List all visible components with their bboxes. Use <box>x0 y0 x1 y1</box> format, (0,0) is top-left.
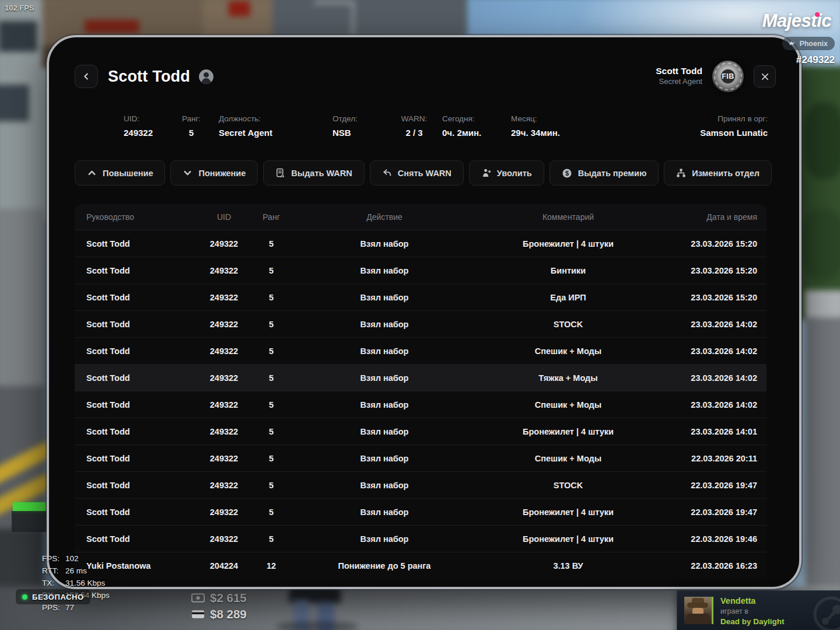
bank-line: $8 289 <box>191 606 247 622</box>
warn-document-icon <box>275 168 285 178</box>
stat-value: 31.56 Kbps <box>65 579 105 587</box>
action-buttons-row: Повышение Понижение Выдать WARN Снять <box>75 160 772 186</box>
button-label: Выдать WARN <box>291 169 352 178</box>
cell-action: Взял набор <box>286 427 483 436</box>
cell-rank: 5 <box>257 320 286 329</box>
info-label: Принял в орг: <box>700 114 768 123</box>
cell-comment: Спешик + Моды <box>483 400 653 410</box>
remove-warn-button[interactable]: Снять WARN <box>370 160 464 186</box>
stat-value: 26 ms <box>65 566 87 575</box>
info-value: NSB <box>332 128 358 138</box>
column-header: Дата и время <box>653 212 766 222</box>
cell-action: Взял набор <box>286 293 483 302</box>
cell-action: Взял набор <box>286 239 483 249</box>
change-department-button[interactable]: Изменить отдел <box>664 160 772 186</box>
info-value: 2 / 3 <box>398 128 430 138</box>
cell-name: Scott Todd <box>75 427 191 436</box>
steam-game-name: Dead by Daylight <box>720 617 785 627</box>
info-label: UID: <box>124 114 153 123</box>
fire-button[interactable]: Уволить <box>469 160 544 186</box>
cell-date: 22.03.2026 19:47 <box>653 481 766 490</box>
avatar-hat-brim <box>687 603 708 608</box>
cell-uid: 249322 <box>191 454 257 463</box>
pedestrian-shadow <box>276 621 359 630</box>
info-value: 249322 <box>124 128 153 138</box>
close-icon <box>761 72 769 81</box>
fps-counter: 102 FPS <box>5 4 34 12</box>
stat-line: RTT: 26 ms <box>42 565 110 577</box>
table-row[interactable]: Scott Todd2493225Взял наборSTOCK23.03.20… <box>75 310 766 337</box>
cell-comment: STOCK <box>483 481 653 490</box>
table-row[interactable]: Scott Todd2493225Взял наборЕда ИРП23.03.… <box>75 284 766 310</box>
cash-line: $2 615 <box>191 590 247 606</box>
button-label: Уволить <box>497 169 532 178</box>
table-row[interactable]: Scott Todd2493225Взял наборТяжка + Моды2… <box>75 364 766 391</box>
button-label: Снять WARN <box>398 169 452 178</box>
table-row[interactable]: Scott Todd2493225Взял наборСпешик + Моды… <box>75 391 766 418</box>
cell-uid: 249322 <box>191 266 257 275</box>
steam-logo-icon <box>813 596 840 630</box>
table-row[interactable]: Scott Todd2493225Взял наборСпешик + Моды… <box>75 444 766 471</box>
cell-uid: 249322 <box>191 400 257 410</box>
cell-uid: 249322 <box>191 508 257 517</box>
promote-button[interactable]: Повышение <box>75 160 165 186</box>
member-name: Scott Todd <box>656 66 702 76</box>
table-row[interactable]: Scott Todd2493225Взял наборБинтики23.03.… <box>75 257 766 284</box>
info-today: Сегодня: 0ч. 2мин. <box>442 114 481 138</box>
cell-comment: Бронежилет | 4 штуки <box>483 239 653 249</box>
cell-action: Взял набор <box>286 534 483 544</box>
stat-value: 77 <box>65 603 74 612</box>
steam-texts: Vendetta играет в Dead by Daylight <box>720 596 785 627</box>
back-button[interactable] <box>75 65 98 88</box>
street-lamp-pole <box>352 1 355 36</box>
demote-button[interactable]: Понижение <box>170 160 258 186</box>
button-label: Изменить отдел <box>692 169 760 178</box>
close-button[interactable] <box>754 65 776 88</box>
log-table-body: Scott Todd2493225Взял наборБронежилет | … <box>75 230 766 579</box>
cell-comment: Спешик + Моды <box>483 454 653 463</box>
table-row[interactable]: Scott Todd2493225Взял наборБронежилет | … <box>75 525 766 552</box>
give-bonus-button[interactable]: $ Выдать премию <box>550 160 659 186</box>
cell-comment: Бронежилет | 4 штуки <box>483 534 653 544</box>
table-row[interactable]: Scott Todd2493225Взял наборСпешик + Моды… <box>75 337 766 364</box>
stat-line: TX: 31.56 Kbps <box>42 577 110 589</box>
avatar-torso <box>686 614 710 624</box>
cell-uid: 249322 <box>191 346 257 356</box>
info-value: Secret Agent <box>219 128 272 138</box>
cell-rank: 5 <box>257 481 286 490</box>
cell-rank: 5 <box>257 293 286 302</box>
cell-rank: 5 <box>257 400 286 410</box>
cell-name: Scott Todd <box>75 454 191 463</box>
fired-person-icon <box>481 168 491 178</box>
info-label: Месяц: <box>511 114 560 123</box>
cell-comment: Бинтики <box>483 266 653 275</box>
stat-value: 102 <box>65 554 79 563</box>
table-row[interactable]: Scott Todd2493225Взял наборБронежилет | … <box>75 418 766 444</box>
cell-action: Взял набор <box>286 400 483 410</box>
cell-name: Scott Todd <box>75 239 191 249</box>
street-lamp <box>314 1 355 4</box>
info-value: 0ч. 2мин. <box>442 128 481 138</box>
cell-name: Scott Todd <box>75 508 191 517</box>
info-value: Samson Lunatic <box>700 128 768 138</box>
column-header: Действие <box>286 212 483 222</box>
info-label: Сегодня: <box>442 114 481 123</box>
column-header: Комментарий <box>483 212 653 222</box>
info-hired-by: Принял в орг: Samson Lunatic <box>700 114 768 138</box>
column-header: Ранг <box>257 212 286 222</box>
table-row[interactable]: Scott Todd2493225Взял наборБронежилет | … <box>75 230 766 257</box>
table-header: Руководство UID Ранг Действие Комментари… <box>75 204 766 230</box>
cell-uid: 249322 <box>191 293 257 302</box>
cell-comment: Еда ИРП <box>483 293 653 302</box>
table-row[interactable]: Scott Todd2493225Взял наборSTOCK22.03.20… <box>75 471 766 498</box>
stat-label: FPS: <box>42 554 65 563</box>
chevron-left-icon <box>82 72 91 81</box>
cell-action: Взял набор <box>286 320 483 329</box>
table-row[interactable]: Yuki Postanowa20422412Понижение до 5 ран… <box>75 552 766 579</box>
cell-uid: 249322 <box>191 373 257 383</box>
give-warn-button[interactable]: Выдать WARN <box>263 160 364 186</box>
cell-uid: 249322 <box>191 320 257 329</box>
table-row[interactable]: Scott Todd2493225Взял наборБронежилет | … <box>75 498 766 525</box>
info-label: Должность: <box>219 114 272 123</box>
info-value: 29ч. 34мин. <box>511 128 560 138</box>
